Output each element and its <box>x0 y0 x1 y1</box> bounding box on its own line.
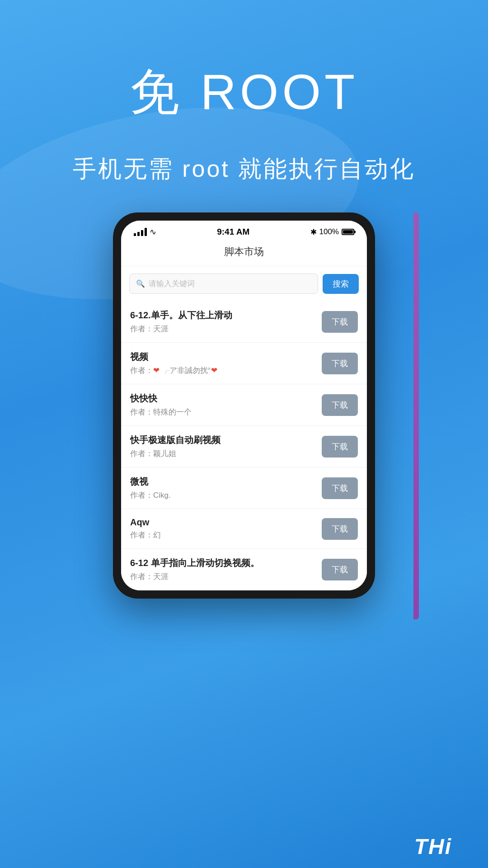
signal-icon <box>134 228 147 236</box>
download-button[interactable]: 下载 <box>322 477 358 499</box>
search-placeholder: 请输入关键词 <box>149 278 195 289</box>
battery-percent: 100% <box>319 227 339 236</box>
script-author: 作者：天涯 <box>130 324 314 334</box>
list-item: 视频作者：❤ ╭ア非誠勿扰°❤下载 <box>121 343 367 384</box>
script-author: 作者：幻 <box>130 530 314 540</box>
bluetooth-icon: ✱ <box>310 227 317 237</box>
list-item: 6-12 单手指向上滑动切换视频。作者：天涯下载 <box>121 549 367 590</box>
battery-icon <box>342 229 354 235</box>
phone-mockup: ∿ 9:41 AM ✱ 100% 脚本市场 <box>113 212 375 599</box>
script-name: Aqw <box>130 517 314 528</box>
download-button[interactable]: 下载 <box>322 311 358 333</box>
script-name: 6-12.单手。从下往上滑动 <box>130 309 314 321</box>
phone-screen: ∿ 9:41 AM ✱ 100% 脚本市场 <box>121 221 367 590</box>
right-accent <box>413 212 419 619</box>
script-info: 微视作者：Cikg. <box>130 476 322 500</box>
script-info: 快快快作者：特殊的一个 <box>130 392 322 417</box>
script-info: 6-12.单手。从下往上滑动作者：天涯 <box>130 309 322 334</box>
script-name: 视频 <box>130 351 314 363</box>
list-item: 6-12.单手。从下往上滑动作者：天涯下载 <box>121 301 367 343</box>
script-name: 微视 <box>130 476 314 488</box>
script-info: 6-12 单手指向上滑动切换视频。作者：天涯 <box>130 557 322 582</box>
script-list: 6-12.单手。从下往上滑动作者：天涯下载视频作者：❤ ╭ア非誠勿扰°❤下载快快… <box>121 301 367 590</box>
hero-title: 免 ROOT <box>0 59 488 126</box>
download-button[interactable]: 下载 <box>322 518 358 540</box>
phone-frame: ∿ 9:41 AM ✱ 100% 脚本市场 <box>113 212 375 599</box>
list-item: 微视作者：Cikg.下载 <box>121 467 367 509</box>
script-author: 作者：特殊的一个 <box>130 407 314 417</box>
script-name: 6-12 单手指向上滑动切换视频。 <box>130 557 314 569</box>
search-button[interactable]: 搜索 <box>323 274 359 294</box>
download-button[interactable]: 下载 <box>322 394 358 416</box>
app-title: 脚本市场 <box>224 246 264 257</box>
download-button[interactable]: 下载 <box>322 353 358 374</box>
download-button[interactable]: 下载 <box>322 559 358 580</box>
list-item: 快手极速版自动刷视频作者：颖儿姐下载 <box>121 426 367 467</box>
hero-section: 免 ROOT 手机无需 root 就能执行自动化 <box>0 0 488 185</box>
script-author: 作者：天涯 <box>130 571 314 582</box>
search-area: 🔍 请输入关键词 搜索 <box>121 266 367 301</box>
script-author: 作者：Cikg. <box>130 490 314 500</box>
script-info: 视频作者：❤ ╭ア非誠勿扰°❤ <box>130 351 322 376</box>
script-author: 作者：颖儿姐 <box>130 448 314 459</box>
script-name: 快快快 <box>130 392 314 405</box>
list-item: Aqw作者：幻下载 <box>121 509 367 549</box>
status-time: 9:41 AM <box>217 227 249 237</box>
status-bar: ∿ 9:41 AM ✱ 100% <box>121 221 367 241</box>
status-left: ∿ <box>134 227 156 237</box>
app-header: 脚本市场 <box>121 241 367 266</box>
script-info: Aqw作者：幻 <box>130 517 322 540</box>
download-button[interactable]: 下载 <box>322 436 358 458</box>
script-author: 作者：❤ ╭ア非誠勿扰°❤ <box>130 365 314 376</box>
wifi-icon: ∿ <box>150 227 156 237</box>
search-input-wrapper[interactable]: 🔍 请输入关键词 <box>129 274 318 294</box>
hero-subtitle: 手机无需 root 就能执行自动化 <box>0 153 488 185</box>
bottom-label: THi <box>414 834 452 859</box>
list-item: 快快快作者：特殊的一个下载 <box>121 384 367 426</box>
search-icon: 🔍 <box>136 279 145 288</box>
status-right: ✱ 100% <box>310 227 354 237</box>
script-name: 快手极速版自动刷视频 <box>130 434 314 446</box>
script-info: 快手极速版自动刷视频作者：颖儿姐 <box>130 434 322 459</box>
